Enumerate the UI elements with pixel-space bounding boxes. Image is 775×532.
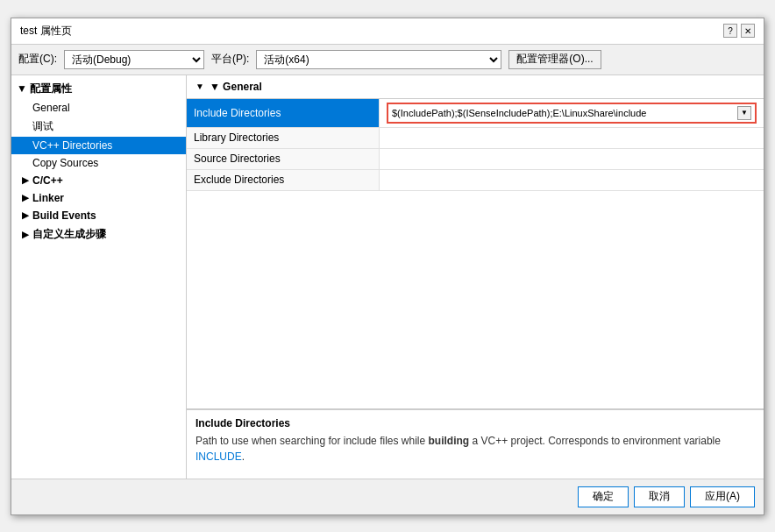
config-label: 配置(C): <box>18 52 57 67</box>
title-bar: test 属性页 ? ✕ <box>11 18 764 45</box>
title-bar-buttons: ? ✕ <box>723 24 755 38</box>
tree-subsection-build-events[interactable]: ▶ Build Events <box>11 207 186 224</box>
description-panel: Include Directories Path to use when sea… <box>187 408 764 479</box>
tree-subsection-custom-steps[interactable]: ▶ 自定义生成步骤 <box>11 224 186 245</box>
platform-select[interactable]: 活动(x64) <box>256 50 501 69</box>
content-area: ▼ 配置属性 General 调试 VC++ Directories Copy … <box>11 75 764 479</box>
tree-item-debug[interactable]: 调试 <box>11 117 186 137</box>
config-select[interactable]: 活动(Debug) <box>64 50 204 69</box>
source-directories-value <box>380 149 764 169</box>
cpp-arrow-icon: ▶ <box>22 175 29 185</box>
properties-panel: ▼ ▼ General Include Directories $(Includ… <box>187 75 764 479</box>
props-row-exclude-directories[interactable]: Exclude Directories <box>187 170 764 191</box>
props-table: Include Directories $(IncludePath);$(ISe… <box>187 99 764 408</box>
description-text: Path to use when searching for include f… <box>196 433 755 465</box>
close-button[interactable]: ✕ <box>741 24 755 38</box>
props-row-include-directories[interactable]: Include Directories $(IncludePath);$(ISe… <box>187 99 764 128</box>
custom-steps-arrow-icon: ▶ <box>22 230 29 239</box>
source-directories-label: Source Directories <box>187 149 380 169</box>
include-directories-text: $(IncludePath);$(ISenseIncludePath);E:\L… <box>392 108 646 118</box>
tree-item-debug-label: 调试 <box>32 120 53 132</box>
tree-item-vc-directories-label: VC++ Directories <box>32 139 112 152</box>
ok-button[interactable]: 确定 <box>578 486 629 507</box>
include-directories-value[interactable]: $(IncludePath);$(ISenseIncludePath);E:\L… <box>380 99 764 127</box>
cancel-button[interactable]: 取消 <box>634 486 685 507</box>
description-bold-building: building <box>428 435 469 447</box>
description-title: Include Directories <box>196 417 755 429</box>
exclude-directories-label: Exclude Directories <box>187 170 380 190</box>
props-section-label: ▼ General <box>210 81 262 93</box>
tree-subsection-cpp-label: C/C++ <box>32 174 63 187</box>
library-directories-label: Library Directories <box>187 128 380 148</box>
props-row-source-directories[interactable]: Source Directories <box>187 149 764 170</box>
tree-item-general[interactable]: General <box>11 99 186 117</box>
include-directories-value-box: $(IncludePath);$(ISenseIncludePath);E:\L… <box>387 103 757 124</box>
button-bar: 确定 取消 应用(A) <box>11 479 764 514</box>
tree-subsection-linker[interactable]: ▶ Linker <box>11 189 186 207</box>
props-row-library-directories[interactable]: Library Directories <box>187 128 764 149</box>
tree-item-copy-sources-label: Copy Sources <box>32 157 98 169</box>
library-directories-value <box>380 128 764 148</box>
tree-root-label: ▼ 配置属性 <box>17 82 72 96</box>
exclude-directories-value <box>380 170 764 190</box>
build-events-arrow-icon: ▶ <box>22 210 29 220</box>
include-directories-label: Include Directories <box>187 99 380 127</box>
platform-label: 平台(P): <box>211 52 249 67</box>
main-dialog: test 属性页 ? ✕ 配置(C): 活动(Debug) 平台(P): 活动(… <box>11 18 764 515</box>
tree-root[interactable]: ▼ 配置属性 <box>11 79 186 99</box>
tree-subsection-build-events-label: Build Events <box>32 209 96 222</box>
tree-item-general-label: General <box>32 102 70 114</box>
help-button[interactable]: ? <box>723 24 737 38</box>
props-section-header: ▼ ▼ General <box>187 75 764 99</box>
include-directories-dropdown-btn[interactable]: ▼ <box>737 106 751 120</box>
tree-panel: ▼ 配置属性 General 调试 VC++ Directories Copy … <box>11 75 187 479</box>
tree-item-copy-sources[interactable]: Copy Sources <box>11 154 186 172</box>
tree-subsection-cpp[interactable]: ▶ C/C++ <box>11 172 186 189</box>
apply-button[interactable]: 应用(A) <box>690 486 755 507</box>
tree-item-vc-directories[interactable]: VC++ Directories <box>11 137 186 154</box>
tree-subsection-custom-steps-label: 自定义生成步骤 <box>32 227 106 242</box>
toolbar: 配置(C): 活动(Debug) 平台(P): 活动(x64) 配置管理器(O)… <box>11 45 764 75</box>
dialog-title: test 属性页 <box>20 24 72 39</box>
tree-subsection-linker-label: Linker <box>32 192 64 204</box>
general-section-arrow-icon: ▼ <box>196 82 204 91</box>
config-manager-button[interactable]: 配置管理器(O)... <box>508 50 601 69</box>
linker-arrow-icon: ▶ <box>22 193 29 202</box>
description-include-var: INCLUDE <box>196 450 242 463</box>
